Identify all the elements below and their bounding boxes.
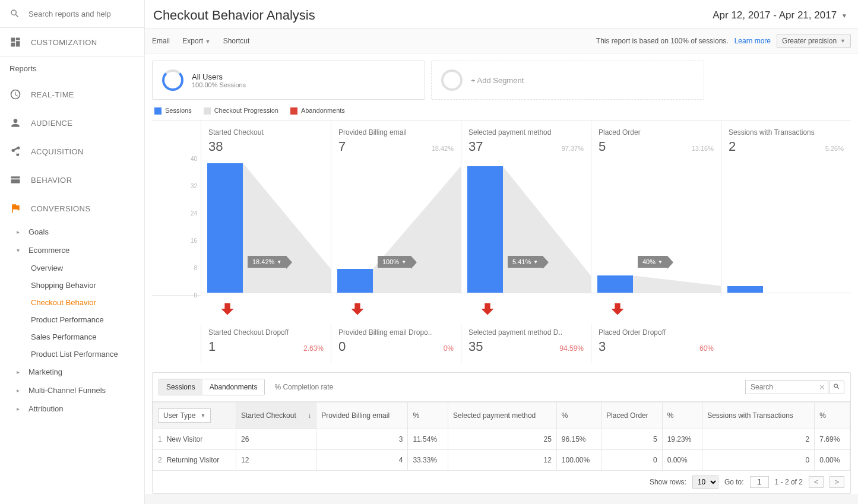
flow-pct-tag[interactable]: 5.41% ▼ <box>508 256 543 268</box>
page-title: Checkout Behavior Analysis <box>150 8 315 23</box>
step-value: 7 <box>338 139 346 154</box>
chart-area: 18.42% ▼ <box>201 157 331 293</box>
nav-audience[interactable]: AUDIENCE <box>0 109 144 137</box>
y-tick: 0 <box>194 292 197 299</box>
flow-pct-tag[interactable]: 18.42% ▼ <box>248 256 286 268</box>
drop-cell: Started Checkout Dropoff12.63% <box>201 324 331 364</box>
funnel-bar <box>337 269 373 293</box>
rows-select[interactable]: 10 <box>692 476 718 489</box>
sub-attribution[interactable]: ▸Attribution <box>0 400 144 418</box>
shortcut-link[interactable]: Shortcut <box>223 37 250 45</box>
nav-acquisition[interactable]: ACQUISITION <box>0 137 144 166</box>
drop-pct: 60% <box>699 344 714 353</box>
drop-cell: Placed Order Dropoff360% <box>591 324 721 364</box>
th-col[interactable]: Started Checkout ↓ <box>236 402 316 429</box>
drop-value: 3 <box>599 339 606 354</box>
export-link[interactable]: Export ▼ <box>182 37 210 45</box>
precision-label: Greater precision <box>782 37 837 45</box>
drop-label: Provided Billing email Dropo.. <box>338 328 454 337</box>
flow-pct-tag[interactable]: 100% ▼ <box>378 256 411 268</box>
pager-next[interactable]: > <box>829 476 844 488</box>
share-icon <box>10 145 21 157</box>
step-value: 37 <box>468 139 483 154</box>
th-col[interactable]: % <box>815 402 850 429</box>
nav-label: CONVERSIONS <box>31 204 90 213</box>
data-table: User Type ▼Started Checkout ↓Provided Bi… <box>153 402 850 471</box>
table-tabs: Sessions Abandonments <box>159 379 265 395</box>
nav-customization[interactable]: CUSTOMIZATION <box>0 28 144 56</box>
th-col[interactable]: Sessions with Transactions <box>702 402 815 429</box>
sub-marketing[interactable]: ▸Marketing <box>0 363 144 381</box>
sub-label: Multi-Channel Funnels <box>29 386 106 395</box>
search-input[interactable] <box>29 9 124 18</box>
funnel-bar <box>727 286 763 293</box>
sub-ecommerce[interactable]: ▾Ecommerce <box>0 241 144 259</box>
tab-abandonments[interactable]: Abandonments <box>202 379 265 395</box>
search-icon <box>833 383 840 390</box>
learn-more-link[interactable]: Learn more <box>734 37 771 45</box>
table-row[interactable]: 2Returning Visitor12433.33%12100.00%00.0… <box>153 450 850 471</box>
toolbar-left: Email Export ▼ Shortcut <box>152 37 260 45</box>
add-segment[interactable]: + Add Segment <box>431 61 704 100</box>
subsub-checkout[interactable]: Checkout Behavior <box>0 294 144 311</box>
drop-value: 0 <box>338 339 346 354</box>
flow-pct-tag[interactable]: 40% ▼ <box>638 256 667 268</box>
nav-realtime[interactable]: REAL-TIME <box>0 80 144 109</box>
search-row[interactable] <box>0 0 144 28</box>
y-tick: 40 <box>191 156 197 162</box>
pager-prev[interactable]: < <box>809 476 824 488</box>
svg-marker-1 <box>373 166 461 293</box>
th-col[interactable]: % <box>408 402 448 429</box>
nav-conversions[interactable]: CONVERSIONS <box>0 194 144 223</box>
sub-label: Attribution <box>29 404 64 413</box>
table-search-input[interactable] <box>745 380 828 394</box>
cell: 0 <box>601 450 663 471</box>
y-tick: 24 <box>191 210 197 217</box>
subsub-shopping[interactable]: Shopping Behavior <box>0 277 144 294</box>
email-link[interactable]: Email <box>152 37 170 45</box>
add-segment-label: + Add Segment <box>471 76 524 85</box>
chart-area: 5.41% ▼ <box>461 157 591 293</box>
th-col[interactable]: % <box>556 402 601 429</box>
cell: 96.15% <box>556 429 601 450</box>
search-button[interactable] <box>829 381 844 394</box>
pager-range: 1 - 2 of 2 <box>775 478 803 486</box>
subsub-sales-perf[interactable]: Sales Performance <box>0 328 144 345</box>
pager: Show rows: 10 Go to: 1 - 2 of 2 < > <box>153 471 850 493</box>
precision-dropdown[interactable]: Greater precision ▼ <box>777 34 851 48</box>
table-search: ✕ <box>745 380 844 394</box>
date-picker[interactable]: Apr 12, 2017 - Apr 21, 2017 ▼ <box>707 7 853 24</box>
flag-icon <box>10 202 21 214</box>
nav-behavior[interactable]: BEHAVIOR <box>0 166 144 194</box>
segment-circle-icon <box>441 69 463 91</box>
th-col[interactable]: Placed Order <box>601 402 663 429</box>
nav-label: ACQUISITION <box>31 147 84 156</box>
th-dimension[interactable]: User Type ▼ <box>153 402 236 429</box>
th-col[interactable]: Provided Billing email <box>316 402 408 429</box>
drop-arrow <box>591 296 721 324</box>
drop-arrow <box>331 296 461 324</box>
clear-icon[interactable]: ✕ <box>819 383 825 392</box>
segment-all-users[interactable]: All Users 100.00% Sessions <box>152 61 425 100</box>
subsub-product-perf[interactable]: Product Performance <box>0 311 144 328</box>
funnel-chart: 0816243240Started Checkout3818.42% ▼Prov… <box>145 121 858 364</box>
tab-sessions[interactable]: Sessions <box>159 379 202 395</box>
chevron-right-icon: ▸ <box>17 369 24 375</box>
reports-header: Reports <box>0 56 144 80</box>
swatch-grey <box>204 107 211 115</box>
header-bar: Checkout Behavior Analysis Apr 12, 2017 … <box>145 0 858 28</box>
th-col[interactable]: % <box>662 402 702 429</box>
cell: 0.00% <box>662 450 702 471</box>
subsub-product-list[interactable]: Product List Performance <box>0 345 144 363</box>
cell: 0 <box>702 450 815 471</box>
subsub-overview[interactable]: Overview <box>0 259 144 277</box>
sub-label: Ecommerce <box>29 246 69 255</box>
th-col[interactable]: Selected payment method <box>448 402 556 429</box>
goto-input[interactable] <box>750 476 769 488</box>
table-row[interactable]: 1New Visitor26311.54%2596.15%519.23%27.6… <box>153 429 850 450</box>
table-controls: Sessions Abandonments % Completion rate … <box>153 373 850 402</box>
sub-goals[interactable]: ▸Goals <box>0 223 144 241</box>
sub-mcf[interactable]: ▸Multi-Channel Funnels <box>0 381 144 400</box>
flow-shape <box>243 156 331 293</box>
drop-value: 1 <box>208 339 216 354</box>
